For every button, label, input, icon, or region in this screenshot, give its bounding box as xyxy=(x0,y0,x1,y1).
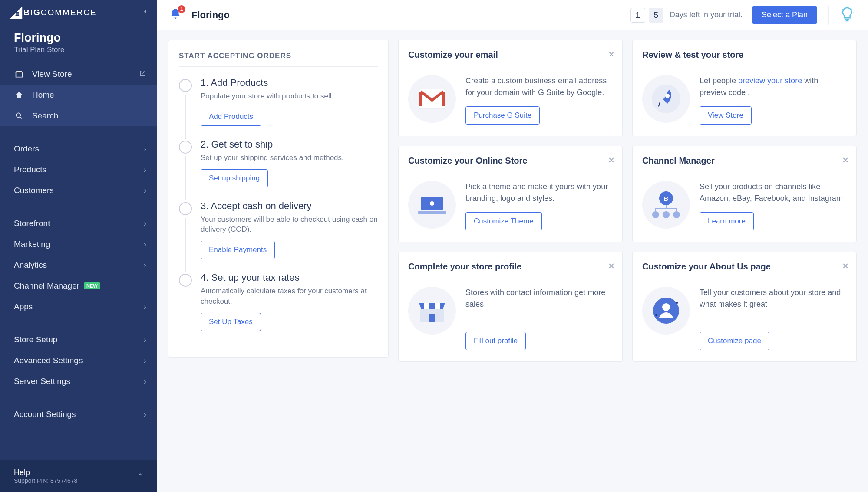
step-title: 4. Set up your tax rates xyxy=(201,272,378,283)
nav-analytics[interactable]: Analytics› xyxy=(0,255,157,276)
notification-bell[interactable]: 1 xyxy=(169,8,182,23)
steps-list: 1. Add Products Populate your store with… xyxy=(179,77,378,331)
svg-rect-1 xyxy=(16,14,20,16)
nav-label: Account Settings xyxy=(14,410,76,419)
tile-text: Stores with contact information get more… xyxy=(465,287,613,310)
close-icon[interactable]: × xyxy=(842,260,848,272)
nav-label: Home xyxy=(32,90,54,100)
nav-label: Advanced Settings xyxy=(14,356,83,365)
nav-view-store[interactable]: View Store xyxy=(0,64,157,85)
tile-text: Pick a theme and make it yours with your… xyxy=(465,181,613,204)
tile-text: Create a custom business email address f… xyxy=(465,75,613,98)
nav-server-settings[interactable]: Server Settings› xyxy=(0,371,157,392)
learn-more-button[interactable]: Learn more xyxy=(700,212,754,230)
home-icon xyxy=(14,91,24,99)
chevron-right-icon: › xyxy=(144,144,146,154)
divider xyxy=(408,172,613,172)
select-plan-button[interactable]: Select a Plan xyxy=(752,6,817,24)
tile-customize-email: × Customize your email Create a custom b… xyxy=(398,40,623,136)
main: 1 Floringo 1 5 Days left in your trial. … xyxy=(157,0,868,492)
tile-text: Let people preview your store with previ… xyxy=(700,75,847,98)
nav-label: Orders xyxy=(14,144,39,154)
nav-label: Server Settings xyxy=(14,377,70,386)
nav-label: Storefront xyxy=(14,219,50,228)
close-icon[interactable]: × xyxy=(842,154,848,166)
tile-review-store: Review & test your store Let people prev… xyxy=(632,40,857,136)
nav-label: Products xyxy=(14,165,46,174)
sidebar: BIGCOMMERCE Floringo Trial Plan Store Vi… xyxy=(0,0,157,492)
svg-point-11 xyxy=(665,94,670,98)
chevron-right-icon: › xyxy=(144,219,146,228)
nav-account-settings[interactable]: Account Settings› xyxy=(0,404,157,425)
laptop-icon xyxy=(408,181,456,229)
close-icon[interactable]: × xyxy=(608,48,614,60)
close-icon[interactable]: × xyxy=(608,260,614,272)
help-block[interactable]: Help Support PIN: 87574678 ⌃ xyxy=(0,460,157,492)
view-store-button[interactable]: View Store xyxy=(700,106,752,125)
setup-shipping-button[interactable]: Set up shipping xyxy=(201,169,268,187)
start-accepting-orders-card: START ACCEPTING ORDERS 1. Add Products P… xyxy=(168,40,389,358)
col-2: Review & test your store Let people prev… xyxy=(632,40,857,362)
tips-button[interactable] xyxy=(828,6,856,25)
nav-storefront[interactable]: Storefront› xyxy=(0,213,157,234)
nav-search[interactable]: Search xyxy=(0,105,157,126)
bell-badge: 1 xyxy=(178,5,185,13)
nav-label: Analytics xyxy=(14,260,47,270)
tile-title: Customize your email xyxy=(408,50,613,60)
external-link-icon xyxy=(139,69,146,79)
nav-label: View Store xyxy=(32,69,72,79)
nav-orders[interactable]: Orders› xyxy=(0,138,157,159)
svg-rect-0 xyxy=(16,12,20,14)
svg-point-7 xyxy=(430,201,434,206)
search-icon xyxy=(14,112,24,120)
nav-home[interactable]: Home xyxy=(0,85,157,105)
step-line xyxy=(185,95,186,139)
gmail-icon xyxy=(408,75,456,123)
nav-label: Search xyxy=(32,111,58,121)
chevron-right-icon: › xyxy=(144,186,146,195)
nav-label: Channel Manager xyxy=(14,281,79,291)
nav-apps[interactable]: Apps› xyxy=(0,296,157,317)
divider xyxy=(179,66,378,67)
purchase-gsuite-button[interactable]: Purchase G Suite xyxy=(465,106,540,125)
brand-suffix: COMMERCE xyxy=(41,8,97,17)
brand-prefix: BIG xyxy=(23,8,41,17)
fill-out-profile-button[interactable]: Fill out profile xyxy=(465,332,526,350)
content: START ACCEPTING ORDERS 1. Add Products P… xyxy=(157,30,868,371)
setup-taxes-button[interactable]: Set Up Taxes xyxy=(201,313,261,331)
nav-channel-manager[interactable]: Channel ManagerNEW xyxy=(0,276,157,296)
nav-marketing[interactable]: Marketing› xyxy=(0,234,157,255)
customize-page-button[interactable]: Customize page xyxy=(700,332,769,350)
preview-store-link[interactable]: preview your store xyxy=(738,76,802,85)
tile-complete-profile: × Complete your store profile Stores wit… xyxy=(398,252,623,362)
nav-store-setup[interactable]: Store Setup› xyxy=(0,329,157,350)
nav: View Store Home Search Orders› Products›… xyxy=(0,64,157,425)
step-desc: Automatically calculate taxes for your c… xyxy=(201,286,378,307)
add-products-button[interactable]: Add Products xyxy=(201,108,261,126)
chevron-right-icon: › xyxy=(144,165,146,174)
nav-customers[interactable]: Customers› xyxy=(0,180,157,201)
step-desc: Set up your shipping services and method… xyxy=(201,153,378,163)
store-icon xyxy=(14,70,24,79)
nav-label: Customers xyxy=(14,186,54,195)
enable-payments-button[interactable]: Enable Payments xyxy=(201,241,275,259)
nav-label: Marketing xyxy=(14,239,50,249)
tile-title: Customize your Online Store xyxy=(408,156,613,166)
close-icon[interactable]: × xyxy=(608,154,614,166)
divider xyxy=(408,66,613,66)
step-title: 2. Get set to ship xyxy=(201,139,378,150)
step-circle-icon xyxy=(179,79,192,92)
svg-rect-9 xyxy=(429,314,435,322)
nav-products[interactable]: Products› xyxy=(0,159,157,180)
step-desc: Populate your store with products to sel… xyxy=(201,91,378,102)
rocket-icon xyxy=(642,75,690,123)
tile-title: Complete your store profile xyxy=(408,262,613,272)
collapse-sidebar-icon[interactable] xyxy=(141,8,149,17)
help-title: Help xyxy=(14,468,77,477)
step-circle-icon xyxy=(179,202,192,215)
svg-rect-2 xyxy=(16,73,23,77)
customize-theme-button[interactable]: Customize Theme xyxy=(465,212,542,230)
help-sub: Support PIN: 87574678 xyxy=(14,477,77,484)
step-add-products: 1. Add Products Populate your store with… xyxy=(201,77,378,126)
nav-advanced-settings[interactable]: Advanced Settings› xyxy=(0,350,157,371)
